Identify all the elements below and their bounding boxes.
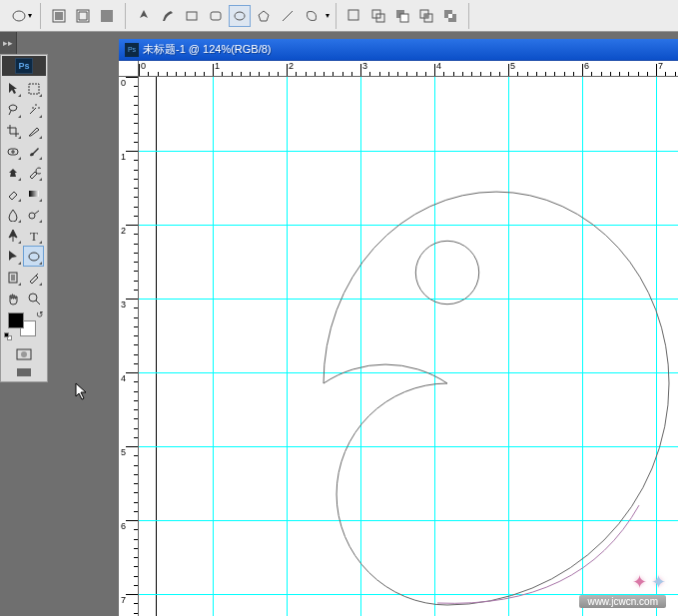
hand-tool[interactable]: [2, 288, 23, 308]
canvas[interactable]: [139, 77, 678, 616]
svg-point-7: [235, 12, 245, 20]
vertical-ruler[interactable]: 01234567: [119, 77, 139, 616]
toolbox: Ps T ↺: [0, 54, 48, 382]
pen-tool[interactable]: [2, 225, 23, 246]
svg-rect-4: [101, 10, 113, 22]
clone-stamp-tool[interactable]: [2, 162, 23, 183]
custom-shape-icon[interactable]: [301, 5, 323, 27]
svg-rect-20: [448, 14, 452, 18]
svg-rect-31: [17, 368, 31, 376]
screen-mode-toggle[interactable]: [2, 364, 46, 380]
color-swatches[interactable]: ↺: [2, 308, 46, 344]
eyedropper-tool[interactable]: [23, 267, 44, 288]
watermark: ✦ ✦ www.jcwcn.com: [579, 571, 666, 608]
crop-tool[interactable]: [2, 120, 23, 141]
watermark-star-icon: ✦: [632, 571, 647, 593]
rectangle-shape-icon[interactable]: [181, 5, 203, 27]
polygon-shape-icon[interactable]: [253, 5, 275, 27]
blur-tool[interactable]: [2, 204, 23, 225]
path-combine-intersect-icon[interactable]: [415, 5, 437, 27]
options-bar: ▾: [0, 0, 678, 32]
svg-point-0: [13, 11, 25, 21]
pen-tool-icon[interactable]: [133, 5, 155, 27]
dodge-tool[interactable]: [23, 204, 44, 225]
history-brush-tool[interactable]: [23, 162, 44, 183]
svg-point-26: [29, 253, 39, 261]
eraser-tool[interactable]: [2, 183, 23, 204]
path-combine-new-icon[interactable]: [343, 5, 365, 27]
magic-wand-tool[interactable]: [23, 99, 44, 120]
foreground-color-swatch[interactable]: [8, 312, 24, 328]
svg-rect-21: [29, 84, 39, 94]
paths-mode[interactable]: [72, 5, 94, 27]
svg-rect-2: [55, 12, 63, 20]
ellipse-tool[interactable]: [23, 246, 44, 267]
document-title-bar[interactable]: Ps 未标题-1 @ 124%(RGB/8): [119, 39, 678, 61]
svg-text:T: T: [30, 229, 38, 243]
watermark-text: www.jcwcn.com: [579, 595, 666, 608]
lasso-tool[interactable]: [2, 99, 23, 120]
line-shape-icon[interactable]: [277, 5, 299, 27]
path-combine-exclude-icon[interactable]: [439, 5, 461, 27]
svg-rect-10: [348, 10, 358, 20]
document-title: 未标题-1 @ 124%(RGB/8): [143, 42, 272, 57]
svg-rect-6: [211, 12, 221, 20]
type-tool[interactable]: T: [23, 225, 44, 246]
fill-pixels-mode[interactable]: [96, 5, 118, 27]
svg-point-30: [21, 351, 27, 357]
move-tool[interactable]: [2, 78, 23, 99]
marquee-tool[interactable]: [23, 78, 44, 99]
default-colors-icon[interactable]: [4, 332, 14, 342]
brush-tool[interactable]: [23, 141, 44, 162]
slice-tool[interactable]: [23, 120, 44, 141]
svg-rect-17: [424, 14, 428, 18]
rounded-rectangle-icon[interactable]: [205, 5, 227, 27]
svg-point-28: [29, 294, 37, 302]
svg-point-24: [29, 213, 35, 219]
document-window: Ps 未标题-1 @ 124%(RGB/8) 01234567 01234567: [119, 39, 678, 616]
panel-collapse-handle[interactable]: ▸▸: [0, 32, 17, 54]
ruler-origin[interactable]: [119, 61, 139, 77]
quick-mask-toggle[interactable]: [2, 344, 46, 364]
shape-options-dropdown[interactable]: ▾: [326, 11, 330, 20]
horizontal-ruler[interactable]: 01234567: [139, 61, 678, 77]
shape-layers-mode[interactable]: [48, 5, 70, 27]
path-combine-subtract-icon[interactable]: [391, 5, 413, 27]
ps-logo[interactable]: Ps: [2, 56, 46, 76]
watermark-star-icon: ✦: [651, 571, 666, 593]
svg-marker-8: [259, 11, 269, 21]
svg-rect-23: [29, 191, 39, 197]
svg-rect-14: [400, 14, 408, 22]
path-combine-add-icon[interactable]: [367, 5, 389, 27]
svg-point-32: [415, 241, 478, 304]
ellipse-shape-icon[interactable]: [229, 5, 251, 27]
notes-tool[interactable]: [2, 267, 23, 288]
document-icon: Ps: [125, 43, 139, 57]
ps-logo-text: Ps: [18, 61, 29, 71]
swap-colors-icon[interactable]: ↺: [36, 309, 44, 319]
tool-preset-picker[interactable]: ▾: [11, 5, 33, 27]
svg-rect-5: [187, 12, 197, 20]
freeform-pen-icon[interactable]: [157, 5, 179, 27]
zoom-tool[interactable]: [23, 288, 44, 308]
gradient-tool[interactable]: [23, 183, 44, 204]
path-selection-tool[interactable]: [2, 246, 23, 267]
artwork-path[interactable]: [139, 77, 678, 616]
expand-icon: ▸▸: [3, 38, 13, 48]
svg-line-9: [283, 11, 293, 21]
healing-brush-tool[interactable]: [2, 141, 23, 162]
